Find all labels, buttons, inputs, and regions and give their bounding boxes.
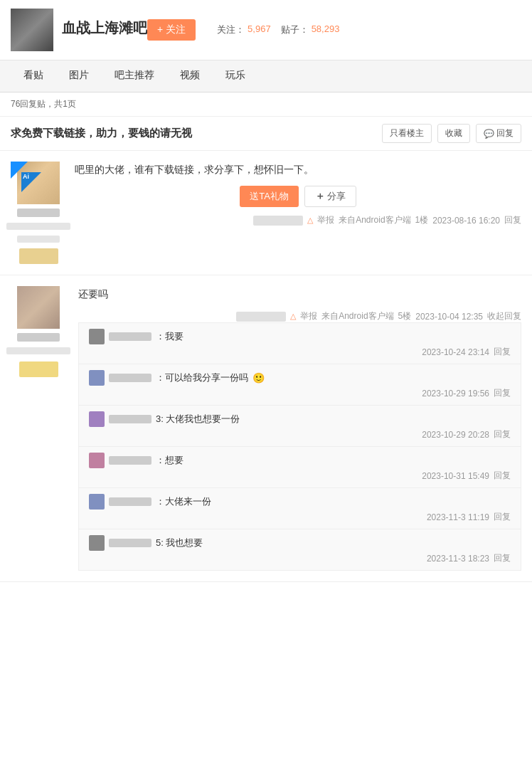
- reply-avatar-1: [89, 329, 105, 344]
- reply-item-2: ：可以给我分享一份吗 🙂 2023-10-29 19:56 回复: [79, 364, 521, 406]
- reply-username-2: [109, 374, 151, 382]
- avatar-image-2: [17, 286, 60, 329]
- reply-text-5: ：大佬来一份: [156, 495, 211, 508]
- collect-button[interactable]: 收藏: [437, 124, 470, 143]
- sig-1: [6, 223, 70, 230]
- date-1: 2023-08-16 16:20: [432, 216, 500, 226]
- forum-avatar: [11, 9, 53, 51]
- reply-row-2: ：可以给我分享一份吗 🙂: [89, 370, 511, 386]
- reply-block-2: ：我要 2023-10-24 23:14 回复 ：可以给我分享一份吗 🙂 202…: [78, 322, 521, 571]
- post-label: 贴子：: [281, 23, 309, 36]
- follow-button[interactable]: + 关注: [147, 19, 196, 41]
- username-label-1: [17, 209, 60, 217]
- floor-2: 5楼: [398, 310, 412, 322]
- reply-avatar-4: [89, 453, 105, 468]
- tab-look[interactable]: 看贴: [11, 60, 56, 92]
- report-icon-2: △: [290, 312, 296, 321]
- reply-avatar-6: [89, 535, 105, 551]
- reply-link-r4[interactable]: 回复: [494, 470, 511, 482]
- nav-tabs: 看贴 图片 吧主推荐 视频 玩乐: [0, 60, 532, 93]
- post-actions-1: 送TA礼物 ＋ 分享: [75, 186, 521, 207]
- post-item-2: 还要吗 △ 举报 来自Android客户端 5楼 2023-10-04 12:3…: [0, 275, 532, 582]
- source-2: 来自Android客户端: [321, 310, 393, 322]
- report-icon-1: △: [307, 216, 313, 225]
- reply-text-6: 5: 我也想要: [156, 537, 203, 549]
- rank-img-2: [19, 361, 58, 377]
- report-button-2[interactable]: 举报: [300, 310, 317, 322]
- post-text-1: 吧里的大佬，谁有下载链接，求分享下，想怀旧一下。: [75, 162, 521, 177]
- post-title-bar: 求免费下载链接，助力，要钱的请无视 只看楼主 收藏 💬 回复: [0, 117, 532, 151]
- reply-avatar-5: [89, 494, 105, 510]
- collapse-reply-2[interactable]: 收起回复: [487, 310, 521, 322]
- reply-row-3: 3: 大佬我也想要一份: [89, 411, 511, 427]
- date-2: 2023-10-04 12:35: [415, 312, 483, 322]
- post-content-1: 吧里的大佬，谁有下载链接，求分享下，想怀旧一下。 送TA礼物 ＋ 分享 △ 举报…: [75, 162, 521, 264]
- follow-label: 关注：: [217, 23, 245, 36]
- plus-icon: ＋: [315, 190, 325, 203]
- action-buttons: 只看楼主 收藏 💬 回复: [382, 124, 521, 143]
- page-info: 76回复贴，共1页: [0, 93, 532, 117]
- username-label-2: [17, 333, 60, 342]
- reply-icon: 💬: [484, 129, 494, 139]
- reply-item-3: 3: 大佬我也想要一份 2023-10-29 20:28 回复: [79, 406, 521, 447]
- reply-item-5: ：大佬来一份 2023-11-3 11:19 回复: [79, 488, 521, 529]
- follow-count: 5,967: [248, 23, 271, 36]
- reply-username-6: [109, 539, 151, 547]
- username-meta-1: [253, 216, 303, 226]
- gift-button[interactable]: 送TA礼物: [240, 186, 299, 207]
- reply-item-4: ：想要 2023-10-31 15:49 回复: [79, 447, 521, 488]
- reply-row-1: ：我要: [89, 329, 511, 344]
- forum-title: 血战上海滩吧: [62, 19, 147, 38]
- post-avatar-2: [11, 286, 66, 571]
- reply-button[interactable]: 💬 回复: [476, 124, 521, 143]
- reply-row-6: 5: 我也想要: [89, 535, 511, 551]
- share-button[interactable]: ＋ 分享: [304, 186, 356, 207]
- reply-link-1[interactable]: 回复: [504, 214, 521, 226]
- tab-fun[interactable]: 玩乐: [213, 60, 258, 92]
- reply-text-1: ：我要: [156, 330, 183, 343]
- reply-item-1: ：我要 2023-10-24 23:14 回复: [79, 323, 521, 364]
- reply-date-3: 2023-10-29 20:28 回复: [89, 428, 511, 440]
- reply-link-r5[interactable]: 回复: [494, 511, 511, 523]
- reply-username-3: [109, 415, 151, 423]
- reply-username-1: [109, 332, 151, 341]
- reply-link-r1[interactable]: 回复: [494, 346, 511, 358]
- reply-username-5: [109, 497, 151, 506]
- floor-1: 1楼: [415, 214, 429, 226]
- reply-avatar-3: [89, 411, 105, 427]
- rank-img: [19, 248, 58, 264]
- forum-info: 血战上海滩吧 + 关注 关注： 5,967 贴子： 58,293: [62, 19, 521, 42]
- tab-images[interactable]: 图片: [56, 60, 102, 92]
- reply-text-2: ：可以给我分享一份吗: [156, 371, 248, 384]
- reply-item-6: 5: 我也想要 2023-11-3 18:23 回复: [79, 529, 521, 570]
- username-meta-2: [236, 312, 286, 322]
- reply-text-4: ：想要: [156, 454, 183, 467]
- reply-date-4: 2023-10-31 15:49 回复: [89, 470, 511, 482]
- sig-3: [6, 347, 70, 354]
- reply-date-2: 2023-10-29 19:56 回复: [89, 387, 511, 399]
- reply-text-3: 3: 大佬我也想要一份: [156, 413, 240, 426]
- reply-date-6: 2023-11-3 18:23 回复: [89, 552, 511, 564]
- reply-link-r2[interactable]: 回复: [494, 387, 511, 399]
- post-title: 求免费下载链接，助力，要钱的请无视: [11, 127, 382, 140]
- source-1: 来自Android客户端: [339, 214, 410, 226]
- post-item: Ai 吧里的大佬，谁有下载链接，求分享下，想怀旧一下。 送TA礼物 ＋ 分享 △…: [0, 151, 532, 275]
- reply-avatar-2: [89, 370, 105, 386]
- report-button-1[interactable]: 举报: [317, 214, 334, 226]
- reply-emoji-2: 🙂: [252, 372, 265, 384]
- reply-link-r6[interactable]: 回复: [494, 552, 511, 564]
- post-meta-2: △ 举报 来自Android客户端 5楼 2023-10-04 12:35 收起…: [78, 310, 521, 322]
- reply-row-5: ：大佬来一份: [89, 494, 511, 510]
- forum-header: 血战上海滩吧 + 关注 关注： 5,967 贴子： 58,293: [0, 0, 532, 60]
- post-meta-1: △ 举报 来自Android客户端 1楼 2023-08-16 16:20 回复: [75, 214, 521, 226]
- reply-date-5: 2023-11-3 11:19 回复: [89, 511, 511, 523]
- post-count: 58,293: [312, 23, 340, 36]
- reply-date-1: 2023-10-24 23:14 回复: [89, 346, 511, 358]
- post-text-2: 还要吗: [78, 286, 521, 302]
- sig-2: [17, 236, 60, 243]
- reply-row-4: ：想要: [89, 453, 511, 468]
- only-author-button[interactable]: 只看楼主: [382, 124, 432, 143]
- tab-video[interactable]: 视频: [167, 60, 213, 92]
- tab-admin-recommend[interactable]: 吧主推荐: [102, 60, 167, 92]
- reply-link-r3[interactable]: 回复: [494, 428, 511, 440]
